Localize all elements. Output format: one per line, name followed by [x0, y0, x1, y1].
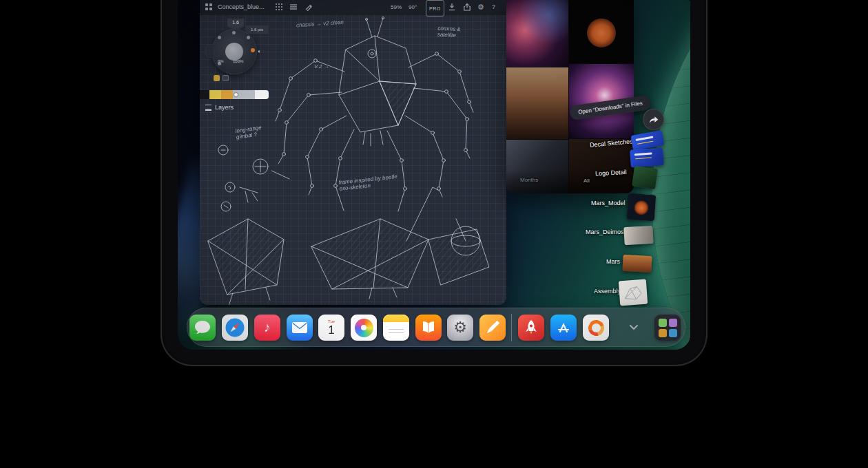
dock-app-draw[interactable] [479, 315, 506, 341]
canvas-annotation: comms & satellite [437, 25, 477, 40]
tool-dot[interactable] [218, 36, 221, 39]
drag-thumb-mars[interactable] [622, 255, 652, 273]
browser-ring-icon [585, 317, 606, 338]
concepts-app-window: chassis → v2 clean comms & satellite V.2… [200, 0, 506, 305]
dock-app-calendar[interactable]: Tue 1 [318, 315, 344, 341]
rocket-icon [522, 319, 540, 337]
opacity-min-label: 0% [218, 59, 224, 63]
dock-app-photos[interactable] [351, 315, 377, 341]
safari-compass-icon [225, 317, 245, 338]
photo-thumbnail-mars-planet[interactable] [569, 0, 634, 63]
forward-arrow-icon [648, 115, 659, 125]
tool-dot[interactable] [247, 36, 250, 39]
photo-thumbnail-mars-desert[interactable] [506, 67, 568, 139]
tool-dot[interactable] [232, 31, 236, 34]
ipad-device-frame: chassis → v2 clean comms & satellite V.2… [161, 0, 707, 366]
active-tool-dot[interactable] [251, 48, 255, 52]
stroke-size-chip[interactable]: 1.6 pts [245, 25, 269, 34]
drag-forward-badge [643, 109, 664, 130]
messages-bubble-icon [194, 320, 211, 335]
app-library-grid-icon [659, 319, 677, 337]
share-icon[interactable] [463, 0, 471, 14]
dock-app-notes[interactable] [383, 315, 409, 341]
photo-thumbnail-spacecraft[interactable] [506, 140, 568, 193]
drag-item-label[interactable]: Assembly [594, 288, 621, 295]
concepts-toolbar: Concepts_blue... 59% 90° PRO [200, 0, 506, 14]
dock-expand-chevron[interactable] [628, 321, 640, 332]
pro-badge[interactable]: PRO [426, 0, 444, 17]
rotation-angle[interactable]: 90° [409, 0, 417, 14]
swatch-amber[interactable] [221, 90, 233, 99]
nine-dot-grid-icon[interactable] [275, 0, 283, 14]
opacity-max-label: 100% [233, 59, 243, 63]
dock-app-books[interactable] [415, 315, 442, 341]
chevron-down-icon [629, 324, 639, 330]
notes-strip-icon [383, 315, 409, 322]
drag-thumb-mars-deimos[interactable] [623, 226, 653, 245]
dock-app-browser[interactable] [583, 315, 609, 341]
notes-lines-icon [389, 326, 404, 336]
drag-thumb-mars-model[interactable] [627, 193, 657, 222]
layers-button[interactable]: Layers [205, 104, 234, 111]
dock-app-settings[interactable]: ⚙ [447, 315, 473, 341]
drag-thumb-logo[interactable] [632, 166, 658, 189]
settings-gear-glyph-icon: ⚙ [453, 320, 467, 335]
dock-app-rocket[interactable] [518, 315, 544, 341]
books-open-book-icon [420, 320, 437, 335]
pen-tool-icon[interactable] [304, 0, 313, 14]
app-grid-icon[interactable] [205, 0, 213, 14]
dock-app-library[interactable] [654, 315, 681, 341]
swatch-yellow[interactable] [209, 90, 221, 99]
dock-app-safari[interactable] [222, 315, 248, 341]
swatch-dark[interactable] [200, 90, 209, 99]
import-icon[interactable] [448, 0, 456, 14]
page-background: chassis → v2 clean comms & satellite V.2… [0, 0, 868, 468]
tool-chips[interactable] [214, 75, 229, 81]
tab-months[interactable]: Months [520, 177, 538, 183]
document-title[interactable]: Concepts_blue... [218, 0, 265, 14]
wallpaper-planet [652, 0, 690, 350]
drag-thumb-assembly[interactable] [619, 279, 648, 306]
layers-icon [205, 105, 211, 111]
help-button[interactable]: ? [492, 0, 495, 14]
music-note-icon: ♪ [264, 320, 271, 335]
zoom-level[interactable]: 59% [391, 0, 402, 14]
drag-thumb-decal-2[interactable] [630, 147, 664, 167]
dock-app-music[interactable]: ♪ [254, 315, 280, 341]
photos-app-window: Months All [506, 0, 634, 193]
grid-chip-icon[interactable] [223, 75, 229, 81]
tab-all[interactable]: All [583, 178, 590, 184]
calendar-day: 1 [328, 324, 334, 336]
settings-gear-icon[interactable]: ⚙ [477, 0, 484, 14]
wheel-side-button[interactable] [205, 44, 214, 58]
canvas-annotation: V.2 → [314, 63, 329, 70]
ipad-screen: chassis → v2 clean comms & satellite V.2… [178, 0, 690, 350]
color-chip-icon[interactable] [214, 75, 220, 81]
dock-app-appstore[interactable] [550, 315, 577, 341]
drag-item-label[interactable]: Mars [606, 258, 620, 265]
dock-app-mail[interactable] [287, 315, 313, 341]
drag-item-label[interactable]: Mars_Deimos [586, 228, 624, 235]
menu-icon[interactable] [289, 0, 298, 14]
layers-label: Layers [215, 104, 234, 111]
swatch-marker [234, 93, 238, 96]
photos-flower-icon [355, 319, 373, 337]
tool-wheel-knob[interactable] [225, 43, 243, 61]
dock-app-messages[interactable] [189, 315, 216, 341]
drag-item-label[interactable]: Mars_Model [591, 200, 626, 206]
mail-envelope-icon [291, 321, 308, 334]
photo-thumbnail-nebula[interactable] [506, 0, 568, 67]
swatch-white[interactable] [255, 90, 269, 99]
tool-wheel[interactable] [211, 29, 257, 74]
dock-divider [511, 314, 512, 341]
appstore-a-icon [554, 318, 573, 337]
contrast-icon[interactable]: ◐ [258, 48, 261, 54]
pencil-icon [479, 315, 506, 341]
